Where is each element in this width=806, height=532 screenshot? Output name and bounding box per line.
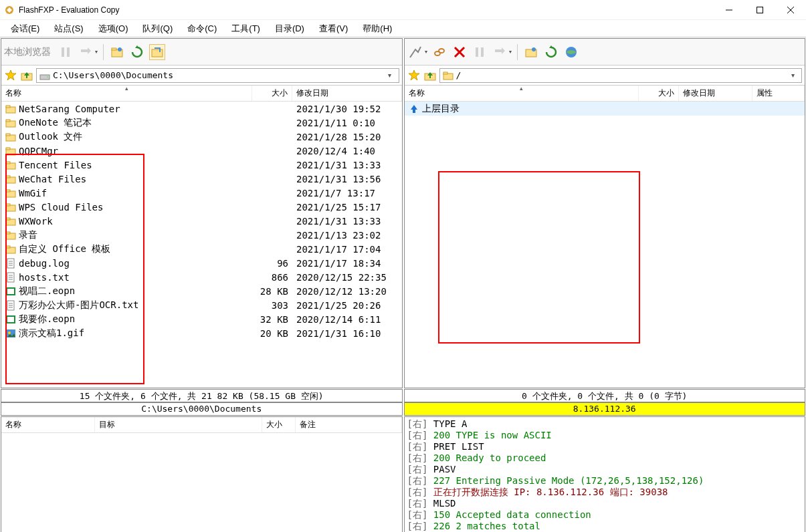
svg-rect-15 bbox=[6, 106, 10, 108]
menu-item[interactable]: 会话(E) bbox=[4, 21, 46, 37]
disconnect-icon[interactable] bbox=[431, 44, 447, 60]
minimize-button[interactable] bbox=[714, 0, 744, 20]
up-folder-icon[interactable] bbox=[20, 69, 33, 82]
col-name[interactable]: 名称▴ bbox=[405, 86, 639, 101]
file-row[interactable]: WXWork2021/1/31 13:33 bbox=[1, 214, 402, 228]
remote-toolbar: ▾ ▾ bbox=[405, 39, 805, 65]
file-date: 2021/1/31 13:56 bbox=[292, 174, 402, 184]
menu-item[interactable]: 站点(S) bbox=[47, 21, 90, 37]
svg-rect-27 bbox=[6, 190, 10, 192]
col-date[interactable]: 修改日期 bbox=[679, 86, 752, 101]
file-row[interactable]: debug.log962021/1/17 18:34 bbox=[1, 256, 402, 270]
refresh-icon[interactable] bbox=[543, 44, 559, 60]
local-path-input[interactable] bbox=[53, 70, 384, 80]
file-row[interactable]: QQPCMgr2020/12/4 1:40 bbox=[1, 144, 402, 158]
svg-rect-58 bbox=[476, 47, 478, 57]
log-line: [右] 227 Entering Passive Mode (172,26,5,… bbox=[407, 475, 803, 487]
local-path-bar: ▾ bbox=[1, 65, 402, 86]
file-row[interactable]: 演示文稿1.gif20 KB2021/1/31 16:10 bbox=[1, 326, 402, 340]
file-row[interactable]: 万彩办公大师-图片OCR.txt3032021/1/25 20:26 bbox=[1, 298, 402, 312]
browser-label: 本地浏览器 bbox=[4, 46, 51, 58]
abort-x-icon[interactable] bbox=[451, 44, 468, 60]
local-file-list[interactable]: NetSarang Computer2021/1/30 19:52OneNote… bbox=[1, 102, 402, 388]
remote-path-input[interactable] bbox=[456, 70, 787, 80]
path-dropdown-icon[interactable]: ▾ bbox=[384, 72, 396, 79]
qcol-name[interactable]: 名称 bbox=[1, 417, 95, 432]
col-date[interactable]: 修改日期 bbox=[292, 86, 402, 101]
svg-rect-21 bbox=[6, 148, 10, 150]
file-row[interactable]: 视唱二.eopn28 KB2020/12/12 13:20 bbox=[1, 284, 402, 298]
menu-item[interactable]: 帮助(H) bbox=[356, 21, 399, 37]
svg-point-9 bbox=[118, 47, 122, 51]
local-path-input-wrap[interactable]: ▾ bbox=[36, 68, 399, 83]
menu-item[interactable]: 工具(T) bbox=[225, 21, 267, 37]
file-row[interactable]: 录音2021/1/13 23:02 bbox=[1, 228, 402, 242]
col-size[interactable]: 大小 bbox=[252, 86, 292, 101]
svg-rect-2 bbox=[757, 7, 763, 13]
up-folder-icon[interactable] bbox=[423, 69, 437, 82]
col-name[interactable]: 名称▴ bbox=[1, 86, 252, 101]
menu-item[interactable]: 选项(O) bbox=[92, 21, 135, 37]
file-name: Outlook 文件 bbox=[19, 131, 82, 143]
folder-icon bbox=[5, 216, 16, 227]
file-row[interactable]: 自定义 Office 模板2021/1/17 17:04 bbox=[1, 242, 402, 256]
svg-rect-19 bbox=[6, 134, 10, 136]
svg-rect-5 bbox=[62, 47, 64, 57]
log-output[interactable]: [右] TYPE A[右] 200 TYPE is now ASCII[右] P… bbox=[405, 417, 805, 532]
file-row[interactable]: Outlook 文件2021/1/28 15:20 bbox=[1, 130, 402, 144]
log-line: [右] PASV bbox=[407, 464, 803, 475]
queue-list[interactable] bbox=[1, 433, 402, 532]
file-name: WmGif bbox=[19, 188, 47, 198]
svg-rect-45 bbox=[7, 289, 14, 294]
col-size[interactable]: 大小 bbox=[639, 86, 679, 101]
file-name: 万彩办公大师-图片OCR.txt bbox=[19, 299, 138, 311]
menu-item[interactable]: 命令(C) bbox=[181, 21, 223, 37]
menu-item[interactable]: 查看(V) bbox=[312, 21, 355, 37]
file-date: 2020/12/14 6:11 bbox=[292, 314, 402, 325]
folder-action-icon[interactable] bbox=[109, 44, 125, 60]
remote-status-host: 8.136.112.36 bbox=[404, 402, 806, 416]
parent-dir-row[interactable]: 上层目录 bbox=[405, 102, 805, 116]
file-row[interactable]: hosts.txt8662020/12/15 22:35 bbox=[1, 270, 402, 284]
bookmark-icon[interactable] bbox=[407, 69, 421, 82]
abort-icon[interactable] bbox=[149, 44, 165, 60]
file-name: QQPCMgr bbox=[19, 146, 58, 156]
file-row[interactable]: OneNote 笔记本2021/1/11 0:10 bbox=[1, 116, 402, 130]
file-name: 录音 bbox=[19, 229, 37, 241]
qcol-size[interactable]: 大小 bbox=[262, 417, 296, 432]
text-icon bbox=[5, 272, 16, 283]
eopn-icon bbox=[5, 314, 16, 325]
file-row[interactable]: NetSarang Computer2021/1/30 19:52 bbox=[1, 102, 402, 116]
file-date: 2020/12/12 13:20 bbox=[292, 286, 402, 297]
connect-icon[interactable] bbox=[407, 44, 423, 60]
menu-item[interactable]: 目录(D) bbox=[268, 21, 311, 37]
file-row[interactable]: Tencent Files2021/1/31 13:33 bbox=[1, 158, 402, 172]
menu-bar: 会话(E)站点(S)选项(O)队列(Q)命令(C)工具(T)目录(D)查看(V)… bbox=[0, 20, 806, 37]
remote-path-input-wrap[interactable]: ▾ bbox=[439, 68, 803, 83]
transfer-icon bbox=[492, 44, 508, 60]
file-row[interactable]: WPS Cloud Files2021/1/25 15:17 bbox=[1, 200, 402, 214]
close-button[interactable] bbox=[775, 0, 806, 20]
menu-item[interactable]: 队列(Q) bbox=[136, 21, 179, 37]
local-toolbar: 本地浏览器 ▾ bbox=[1, 39, 402, 65]
remote-file-list[interactable]: 上层目录 bbox=[405, 102, 805, 388]
path-dropdown-icon[interactable]: ▾ bbox=[787, 72, 799, 79]
log-line: [右] TYPE A bbox=[407, 418, 803, 430]
refresh-icon[interactable] bbox=[129, 44, 145, 60]
log-line: [右] 226 2 matches total bbox=[407, 521, 803, 532]
maximize-button[interactable] bbox=[744, 0, 775, 20]
file-row[interactable]: WmGif2021/1/7 13:17 bbox=[1, 186, 402, 200]
title-bar: FlashFXP - Evaluation Copy bbox=[0, 0, 806, 20]
qcol-note[interactable]: 备注 bbox=[296, 417, 402, 432]
folder-action-icon[interactable] bbox=[523, 44, 539, 60]
remote-status-summary: 0 个文件夹, 0 个文件, 共 0 (0 字节) bbox=[404, 389, 806, 402]
bookmark-icon[interactable] bbox=[4, 69, 17, 82]
globe-icon[interactable] bbox=[563, 44, 579, 60]
svg-rect-23 bbox=[6, 162, 10, 164]
log-line: [右] 150 Accepted data connection bbox=[407, 509, 803, 521]
local-status-summary: 15 个文件夹, 6 个文件, 共 21 82 KB (58.15 GB 空闲) bbox=[1, 389, 403, 402]
file-row[interactable]: WeChat Files2021/1/31 13:56 bbox=[1, 172, 402, 186]
col-attr[interactable]: 属性 bbox=[752, 86, 805, 101]
qcol-target[interactable]: 目标 bbox=[95, 417, 262, 432]
file-row[interactable]: 我要你.eopn32 KB2020/12/14 6:11 bbox=[1, 312, 402, 326]
